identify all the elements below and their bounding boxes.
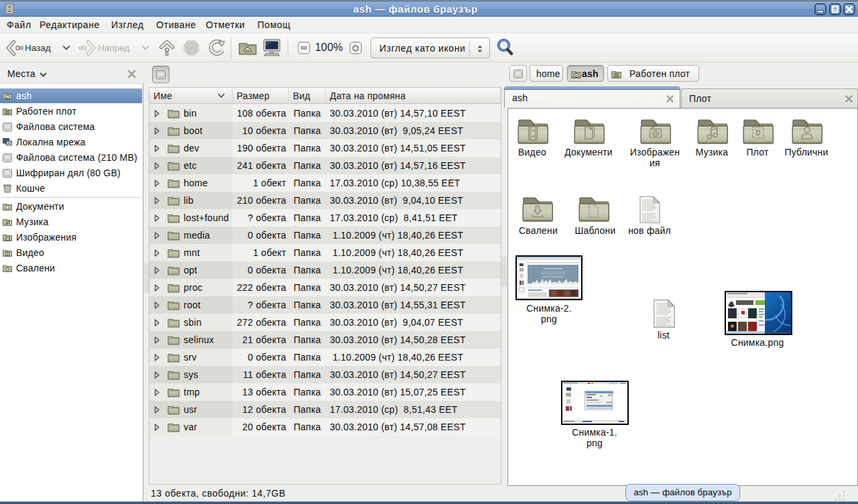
svg-text:D: D xyxy=(755,129,760,137)
